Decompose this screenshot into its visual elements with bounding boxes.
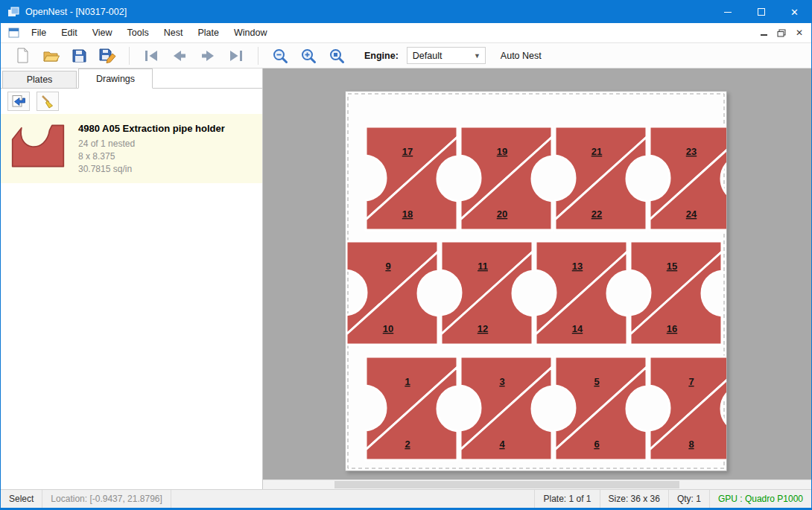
nest-plate-svg: 171819202122232491011121314151612345678 xyxy=(345,91,727,471)
part-number-label[interactable]: 16 xyxy=(667,323,677,334)
part-number-label[interactable]: 22 xyxy=(591,208,602,220)
part-number-label[interactable]: 9 xyxy=(385,261,390,272)
save-icon xyxy=(72,48,86,63)
engine-label: Engine: xyxy=(364,51,399,61)
part-number-label[interactable]: 15 xyxy=(667,261,677,272)
maximize-button[interactable] xyxy=(744,1,778,23)
nest-canvas[interactable]: 171819202122232491011121314151612345678 xyxy=(263,68,811,489)
nav-first-button[interactable] xyxy=(139,45,164,66)
part-number-label[interactable]: 10 xyxy=(383,323,393,334)
plate: 171819202122232491011121314151612345678 xyxy=(345,91,727,471)
new-button[interactable] xyxy=(10,45,35,66)
content-area: Plates Drawings xyxy=(1,68,811,489)
status-size: Size: 36 x 36 xyxy=(600,490,668,508)
new-file-icon xyxy=(16,48,30,63)
zoom-out-icon xyxy=(272,48,288,64)
part-number-label[interactable]: 24 xyxy=(686,208,697,220)
zoom-out-button[interactable] xyxy=(267,45,293,66)
menu-view[interactable]: View xyxy=(85,23,120,42)
menu-file[interactable]: File xyxy=(24,23,54,42)
menu-plate[interactable]: Plate xyxy=(190,23,226,42)
status-location: Location: [-0.9437, 21.8796] xyxy=(42,490,171,508)
minimize-button[interactable] xyxy=(711,1,744,23)
save-edit-icon xyxy=(99,48,116,63)
part-number-label[interactable]: 20 xyxy=(497,208,507,220)
menu-tools[interactable]: Tools xyxy=(120,23,156,42)
drawing-list-item[interactable]: 4980 A05 Extraction pipe holder 24 of 1 … xyxy=(1,114,262,183)
drawing-title: 4980 A05 Extraction pipe holder xyxy=(78,123,225,134)
part-number-label[interactable]: 11 xyxy=(478,261,488,272)
part-number-label[interactable]: 14 xyxy=(572,323,583,334)
part-number-label[interactable]: 17 xyxy=(402,146,413,157)
close-button[interactable]: ✕ xyxy=(778,1,811,23)
drawing-dimensions: 8 x 8.375 xyxy=(78,150,225,163)
mdi-close-button[interactable]: ✕ xyxy=(790,25,808,41)
panel-tabstrip: Plates Drawings xyxy=(1,68,262,89)
part-number-label[interactable]: 19 xyxy=(497,146,507,157)
mdi-restore-icon xyxy=(777,29,786,37)
part-number-label[interactable]: 18 xyxy=(402,208,413,220)
mdi-minimize-button[interactable] xyxy=(755,25,773,41)
part-number-label[interactable]: 12 xyxy=(478,323,488,334)
horizontal-scrollbar[interactable] xyxy=(263,479,811,489)
mdi-window-controls: ✕ xyxy=(755,25,811,41)
toolbar-separator xyxy=(258,47,258,65)
part-thumbnail-icon xyxy=(8,121,68,170)
menu-edit[interactable]: Edit xyxy=(54,23,85,42)
window-title: OpenNest - [N0317-002] xyxy=(25,7,711,17)
part-number-label[interactable]: 13 xyxy=(572,261,583,272)
statusbar: Select Location: [-0.9437, 21.8796] Plat… xyxy=(1,489,811,508)
open-button[interactable] xyxy=(38,45,63,66)
nav-prev-button[interactable] xyxy=(167,45,192,66)
import-drawing-icon xyxy=(11,95,26,108)
open-folder-icon xyxy=(42,49,60,63)
menubar: File Edit View Tools Nest Plate Window ✕ xyxy=(1,23,811,43)
nav-next-icon xyxy=(200,48,216,63)
drawing-area: 30.7815 sq/in xyxy=(78,163,225,176)
part-number-label[interactable]: 4 xyxy=(499,439,505,450)
horizontal-scrollbar-thumb[interactable] xyxy=(334,481,680,488)
drawing-list-empty-area xyxy=(1,183,262,489)
close-icon: ✕ xyxy=(790,7,799,17)
drawing-nested-count: 24 of 1 nested xyxy=(78,138,225,150)
import-drawing-button[interactable] xyxy=(7,92,30,111)
save-edit-button[interactable] xyxy=(95,45,120,66)
status-spacer xyxy=(171,490,535,508)
tab-plates[interactable]: Plates xyxy=(2,71,77,88)
app-icon xyxy=(7,6,19,18)
part-number-label[interactable]: 2 xyxy=(405,439,410,450)
part-number-label[interactable]: 21 xyxy=(591,146,602,157)
part-number-label[interactable]: 6 xyxy=(594,439,599,450)
main-toolbar: Engine: Default ▼ Auto Nest xyxy=(1,43,811,68)
status-gpu: GPU : Quadro P1000 xyxy=(709,490,811,508)
nav-next-button[interactable] xyxy=(195,45,221,66)
nav-prev-icon xyxy=(171,48,188,63)
zoom-fit-icon xyxy=(329,48,345,64)
clean-button[interactable] xyxy=(37,92,59,111)
zoom-in-icon xyxy=(300,48,317,64)
part-number-label[interactable]: 23 xyxy=(686,146,697,157)
menu-nest[interactable]: Nest xyxy=(156,23,191,42)
left-panel: Plates Drawings xyxy=(1,68,263,489)
clean-broom-icon xyxy=(40,94,55,109)
part-number-label[interactable]: 8 xyxy=(688,439,694,450)
part-number-label[interactable]: 7 xyxy=(688,376,694,387)
part-number-label[interactable]: 5 xyxy=(594,376,599,387)
mdi-restore-button[interactable] xyxy=(773,25,790,41)
mdi-close-icon: ✕ xyxy=(796,28,803,37)
tab-drawings[interactable]: Drawings xyxy=(78,68,153,89)
menu-window[interactable]: Window xyxy=(226,23,274,42)
zoom-in-button[interactable] xyxy=(296,45,321,66)
part-number-label[interactable]: 1 xyxy=(405,376,410,387)
titlebar: OpenNest - [N0317-002] ✕ xyxy=(1,1,811,23)
auto-nest-button[interactable]: Auto Nest xyxy=(501,51,542,61)
toolbar-separator xyxy=(129,47,130,65)
zoom-fit-button[interactable] xyxy=(324,45,349,66)
part-number-label[interactable]: 3 xyxy=(499,376,504,387)
engine-select[interactable]: Default ▼ xyxy=(407,47,486,64)
maximize-icon xyxy=(758,8,765,16)
nav-last-button[interactable] xyxy=(223,45,249,66)
panel-toolbar xyxy=(1,89,262,114)
save-button[interactable] xyxy=(66,45,92,66)
mdi-child-icon xyxy=(8,28,19,38)
